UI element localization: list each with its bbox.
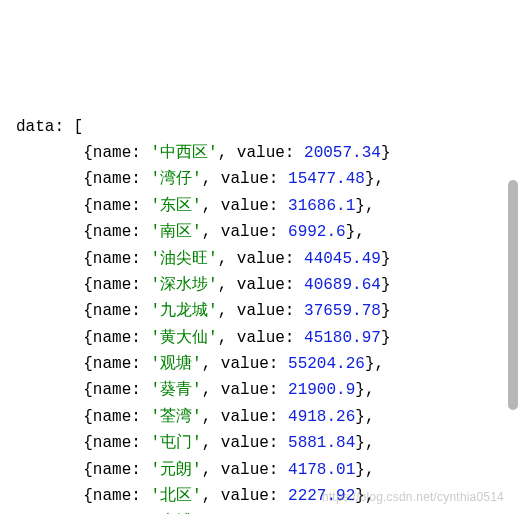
colon: : [131,408,150,426]
number-literal: 6992.6 [288,223,346,241]
number-literal: 31686.1 [288,197,355,215]
number-literal: 20057.34 [304,144,381,162]
key-value: value [221,197,269,215]
comma: , [202,461,221,479]
colon: : [269,434,288,452]
colon: : [131,434,150,452]
key-value: value [221,434,269,452]
brace-close: }, [355,461,374,479]
number-literal: 44045.49 [304,250,381,268]
code-line: {name: '九龙城', value: 37659.78} [16,298,520,324]
brace-close: }, [355,434,374,452]
number-literal: 40689.64 [304,276,381,294]
number-literal: 15477.48 [288,170,365,188]
key-value: value [221,223,269,241]
key-value: value [237,276,285,294]
string-literal: '北区' [150,487,201,505]
colon: : [131,223,150,241]
code-block: data: [ {name: '中西区', value: 20057.34} {… [10,114,520,514]
key-value: value [237,250,285,268]
key-name: name [93,170,131,188]
brace-close: }, [365,355,384,373]
string-literal: '葵青' [150,381,201,399]
key-value: value [237,302,285,320]
code-line: {name: '屯门', value: 5881.84}, [16,430,520,456]
brace-open: { [83,250,93,268]
brace-close: } [381,144,391,162]
comma: , [202,381,221,399]
key-value: value [221,355,269,373]
comma: , [202,355,221,373]
brace-close: } [381,302,391,320]
comma: , [218,302,237,320]
colon: : [269,197,288,215]
key-name: name [93,487,131,505]
string-literal: '东区' [150,197,201,215]
number-literal: 5881.84 [288,434,355,452]
code-line: {name: '湾仔', value: 15477.48}, [16,166,520,192]
key-name: name [93,329,131,347]
brace-close: }, [355,381,374,399]
key-name: name [93,355,131,373]
brace-open: { [83,302,93,320]
colon: : [131,170,150,188]
code-line: {name: '南区', value: 6992.6}, [16,219,520,245]
colon: : [131,197,150,215]
key-value: value [221,461,269,479]
colon: : [285,329,304,347]
brace-close: }, [346,223,365,241]
string-literal: '荃湾' [150,408,201,426]
code-line: {name: '黄大仙', value: 45180.97} [16,325,520,351]
string-literal: '南区' [150,223,201,241]
comma: , [218,329,237,347]
key-name: name [93,408,131,426]
code-line: {name: '元朗', value: 4178.01}, [16,457,520,483]
brace-open: { [83,461,93,479]
brace-close: }, [355,408,374,426]
open-bracket: : [ [54,118,83,136]
key-value: value [237,144,285,162]
number-literal: 4918.26 [288,408,355,426]
string-literal: '观塘' [150,355,201,373]
colon: : [285,276,304,294]
scrollbar-thumb[interactable] [508,180,518,410]
colon: : [285,302,304,320]
brace-open: { [83,487,93,505]
comma: , [218,144,237,162]
comma: , [202,170,221,188]
code-line: {name: '大埔', value: 2180.98}, [16,509,520,514]
key-value: value [221,381,269,399]
colon: : [131,276,150,294]
code-line: {name: '中西区', value: 20057.34} [16,140,520,166]
colon: : [131,250,150,268]
brace-open: { [83,197,93,215]
code-line: {name: '油尖旺', value: 44045.49} [16,246,520,272]
colon: : [285,144,304,162]
comma: , [202,487,221,505]
comma: , [218,276,237,294]
comma: , [202,434,221,452]
variable-name: data [16,118,54,136]
brace-open: { [83,144,93,162]
colon: : [131,302,150,320]
code-line: data: [ [16,114,520,140]
brace-close: }, [355,197,374,215]
string-literal: '湾仔' [150,170,201,188]
brace-close: }, [365,170,384,188]
brace-open: { [83,408,93,426]
key-name: name [93,250,131,268]
code-line: {name: '葵青', value: 21900.9}, [16,377,520,403]
colon: : [131,329,150,347]
number-literal: 55204.26 [288,355,365,373]
code-line: {name: '荃湾', value: 4918.26}, [16,404,520,430]
string-literal: '深水埗' [150,276,217,294]
number-literal: 21900.9 [288,381,355,399]
colon: : [269,223,288,241]
colon: : [269,355,288,373]
key-name: name [93,302,131,320]
colon: : [269,487,288,505]
comma: , [202,223,221,241]
key-value: value [221,408,269,426]
comma: , [218,250,237,268]
string-literal: '油尖旺' [150,250,217,268]
